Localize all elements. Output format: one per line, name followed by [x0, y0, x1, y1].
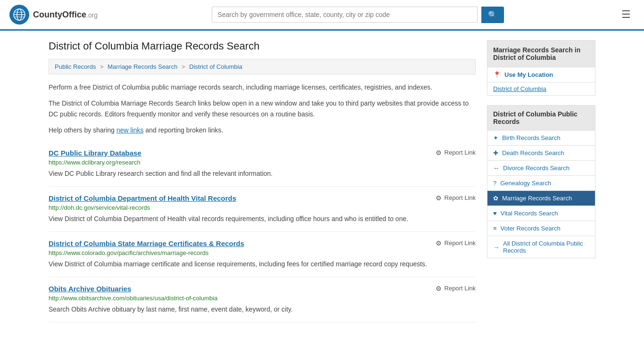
- sidebar-public-records-title: District of Columbia Public Records: [487, 105, 595, 131]
- report-link[interactable]: ⚙ Report Link: [436, 194, 476, 202]
- sidebar-nav-item[interactable]: ↔Divorce Records Search: [487, 161, 595, 176]
- sidebar-nav-link[interactable]: Vital Records Search: [501, 210, 558, 217]
- dc-location-link[interactable]: District of Columbia: [487, 82, 595, 96]
- record-desc: View District of Columbia marriage certi…: [49, 259, 476, 269]
- breadcrumb-sep2: >: [182, 63, 187, 70]
- content-area: District of Columbia Marriage Records Se…: [49, 40, 476, 322]
- sidebar-nav-item[interactable]: →All District of Columbia Public Records: [487, 236, 595, 258]
- search-input[interactable]: [212, 7, 478, 23]
- report-label: Report Link: [445, 285, 476, 292]
- record-url[interactable]: https://www.dclibrary.org/research: [49, 159, 476, 166]
- sidebar-public-records-section: District of Columbia Public Records ✦Bir…: [487, 105, 595, 258]
- main-wrapper: District of Columbia Marriage Records Se…: [39, 31, 605, 332]
- records-list: DC Public Library Database ⚙ Report Link…: [49, 141, 476, 322]
- breadcrumb-marriage-records[interactable]: Marriage Records Search: [107, 63, 177, 70]
- sidebar-nav-icon: ✿: [493, 195, 498, 202]
- record-title[interactable]: District of Columbia Department of Healt…: [49, 194, 236, 202]
- record-url[interactable]: http://doh.dc.gov/service/vital-records: [49, 204, 476, 211]
- sidebar-nav-icon: ✦: [493, 134, 498, 141]
- sidebar-top-title: Marriage Records Search in District of C…: [487, 40, 595, 67]
- desc-paragraph-2: The District of Columbia Marriage Record…: [49, 98, 476, 119]
- sidebar: Marriage Records Search in District of C…: [487, 40, 595, 322]
- sidebar-nav-icon: ♥: [493, 210, 497, 217]
- sidebar-nav-item[interactable]: ♥Vital Records Search: [487, 206, 595, 221]
- report-label: Report Link: [445, 194, 476, 201]
- report-icon: ⚙: [436, 149, 442, 156]
- sidebar-nav-link[interactable]: Death Records Search: [502, 149, 564, 156]
- hamburger-icon: ☰: [621, 8, 631, 20]
- record-item: District of Columbia Department of Healt…: [49, 187, 476, 232]
- sidebar-nav-icon: ≡: [493, 225, 497, 232]
- use-my-location-link[interactable]: Use My Location: [504, 71, 553, 78]
- sidebar-nav: ✦Birth Records Search✚Death Records Sear…: [487, 131, 595, 258]
- breadcrumb-sep1: >: [100, 63, 105, 70]
- report-label: Report Link: [445, 239, 476, 247]
- record-header: District of Columbia State Marriage Cert…: [49, 239, 476, 247]
- sidebar-nav-link[interactable]: Birth Records Search: [502, 134, 561, 141]
- logo-icon: [9, 5, 29, 25]
- sidebar-nav-link[interactable]: Genealogy Search: [500, 180, 551, 187]
- record-title[interactable]: DC Public Library Database: [49, 149, 141, 157]
- sidebar-nav-link[interactable]: All District of Columbia Public Records: [503, 240, 589, 254]
- header: CountyOffice.org 🔍 ☰: [0, 0, 644, 31]
- sidebar-marriage-section: Marriage Records Search in District of C…: [487, 40, 595, 96]
- search-button[interactable]: 🔍: [481, 7, 504, 23]
- record-desc: View DC Public Library research section …: [49, 169, 476, 179]
- record-item: Obits Archive Obituaries ⚙ Report Link h…: [49, 277, 476, 322]
- record-url[interactable]: https://www.colorado.gov/pacific/archive…: [49, 249, 476, 256]
- breadcrumb-dc[interactable]: District of Columbia: [189, 63, 242, 70]
- sidebar-nav-icon: ↔: [493, 165, 499, 172]
- sidebar-nav-icon: →: [493, 244, 499, 251]
- record-item: DC Public Library Database ⚙ Report Link…: [49, 141, 476, 187]
- report-icon: ⚙: [436, 285, 442, 292]
- sidebar-nav-item[interactable]: ✿Marriage Records Search: [487, 191, 595, 206]
- record-header: DC Public Library Database ⚙ Report Link: [49, 149, 476, 157]
- record-url[interactable]: http://www.obitsarchive.com/obituaries/u…: [49, 295, 476, 302]
- sidebar-nav-icon: ?: [493, 180, 496, 187]
- logo-text: CountyOffice.org: [33, 10, 98, 20]
- desc-paragraph-3: Help others by sharing new links and rep…: [49, 125, 476, 135]
- record-header: Obits Archive Obituaries ⚙ Report Link: [49, 285, 476, 293]
- record-desc: Search Obits Archive obituary by last na…: [49, 304, 476, 314]
- sidebar-location-item: 📍 Use My Location: [487, 67, 595, 82]
- report-link[interactable]: ⚙ Report Link: [436, 149, 476, 156]
- sidebar-nav-link[interactable]: Voter Records Search: [501, 225, 561, 232]
- report-icon: ⚙: [436, 194, 442, 202]
- breadcrumb: Public Records > Marriage Records Search…: [49, 59, 476, 74]
- menu-button[interactable]: ☰: [618, 7, 635, 23]
- sidebar-nav-label: Marriage Records Search: [502, 195, 572, 202]
- location-pin-icon: 📍: [493, 71, 501, 78]
- record-title[interactable]: Obits Archive Obituaries: [49, 285, 131, 293]
- sidebar-nav-item[interactable]: ?Genealogy Search: [487, 176, 595, 191]
- logo-area: CountyOffice.org: [9, 5, 98, 25]
- record-title[interactable]: District of Columbia State Marriage Cert…: [49, 239, 244, 247]
- report-link[interactable]: ⚙ Report Link: [436, 285, 476, 292]
- sidebar-nav-link[interactable]: Divorce Records Search: [503, 165, 570, 172]
- sidebar-nav-item[interactable]: ≡Voter Records Search: [487, 221, 595, 236]
- report-icon: ⚙: [436, 239, 442, 247]
- report-label: Report Link: [445, 149, 476, 156]
- report-link[interactable]: ⚙ Report Link: [436, 239, 476, 247]
- search-icon: 🔍: [488, 11, 497, 19]
- desc-paragraph-1: Perform a free District of Columbia publ…: [49, 82, 476, 92]
- new-links-link[interactable]: new links: [116, 126, 144, 134]
- sidebar-nav-item[interactable]: ✦Birth Records Search: [487, 131, 595, 146]
- search-area: 🔍: [212, 7, 504, 23]
- record-item: District of Columbia State Marriage Cert…: [49, 232, 476, 277]
- sidebar-nav-icon: ✚: [493, 149, 498, 156]
- record-desc: View District of Columbia Department of …: [49, 214, 476, 224]
- sidebar-nav-item[interactable]: ✚Death Records Search: [487, 146, 595, 161]
- breadcrumb-public-records[interactable]: Public Records: [55, 63, 96, 70]
- record-header: District of Columbia Department of Healt…: [49, 194, 476, 202]
- page-title: District of Columbia Marriage Records Se…: [49, 40, 476, 52]
